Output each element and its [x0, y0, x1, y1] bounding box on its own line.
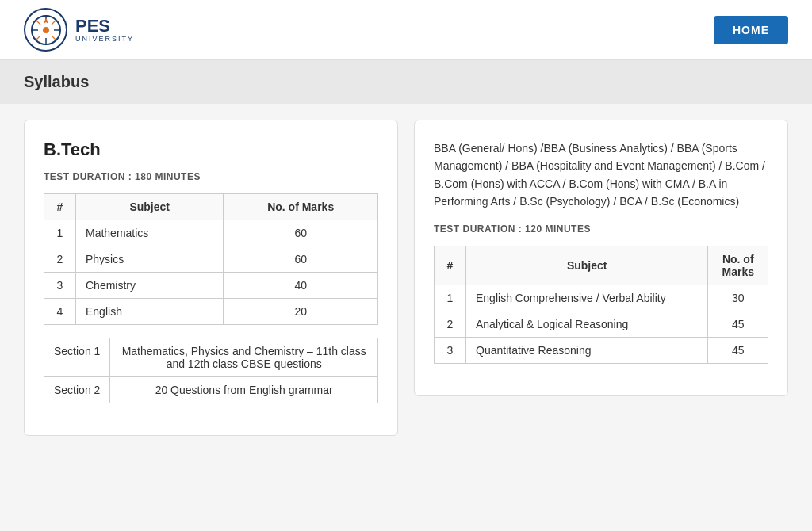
- logo-subtitle: UNIVERSITY: [75, 35, 134, 43]
- other-subjects-table: # Subject No. ofMarks 1 English Comprehe…: [434, 246, 768, 364]
- row-subject: Physics: [76, 246, 224, 273]
- table-row: 3 Quantitative Reasoning 45: [435, 337, 768, 363]
- table-row: Section 2 20 Questions from English gram…: [44, 377, 378, 403]
- row-num: 2: [44, 246, 76, 273]
- row-num: 3: [44, 273, 76, 299]
- col-header-num: #: [44, 194, 76, 220]
- row-subject: Chemistry: [76, 273, 224, 299]
- row-subject: Mathematics: [76, 220, 224, 246]
- btech-card: B.Tech TEST DURATION : 180 MINUTES # Sub…: [24, 120, 398, 436]
- main-content: B.Tech TEST DURATION : 180 MINUTES # Sub…: [0, 104, 812, 452]
- col-header-subject: Subject: [76, 194, 224, 220]
- logo-icon: [30, 14, 62, 46]
- home-button[interactable]: HOME: [714, 16, 788, 44]
- row-marks: 30: [708, 285, 768, 311]
- table-row: 2 Physics 60: [44, 246, 378, 273]
- row-marks: 60: [224, 220, 378, 246]
- table-row: 2 Analytical & Logical Reasoning 45: [435, 311, 768, 337]
- btech-sections-table: Section 1 Mathematics, Physics and Chemi…: [44, 338, 378, 403]
- col-header-marks: No. of Marks: [224, 194, 378, 220]
- col-header-marks: No. ofMarks: [708, 246, 768, 285]
- section-label: Section 2: [44, 377, 110, 403]
- logo-area: PES UNIVERSITY: [24, 8, 134, 52]
- row-subject: Analytical & Logical Reasoning: [466, 311, 708, 337]
- svg-point-1: [43, 27, 49, 33]
- table-row: Section 1 Mathematics, Physics and Chemi…: [44, 338, 378, 377]
- btech-title: B.Tech: [44, 139, 378, 160]
- row-marks: 20: [224, 299, 378, 325]
- row-num: 3: [435, 337, 466, 363]
- row-num: 2: [435, 311, 466, 337]
- table-row: 1 Mathematics 60: [44, 220, 378, 246]
- col-header-subject: Subject: [466, 246, 708, 285]
- svg-line-6: [36, 20, 40, 25]
- logo-circle: [24, 8, 67, 52]
- logo-text: PES: [75, 17, 134, 35]
- row-num: 1: [44, 220, 76, 246]
- header: PES UNIVERSITY HOME: [0, 0, 812, 60]
- program-description: BBA (General/ Hons) /BBA (Business Analy…: [434, 139, 768, 211]
- row-marks: 45: [708, 311, 768, 337]
- row-num: 4: [44, 299, 76, 325]
- col-header-num: #: [435, 246, 466, 285]
- syllabus-bar: Syllabus: [0, 60, 812, 104]
- section-desc: Mathematics, Physics and Chemistry – 11t…: [110, 338, 378, 377]
- row-marks: 40: [224, 273, 378, 299]
- other-test-duration: TEST DURATION : 120 MINUTES: [434, 223, 768, 235]
- section-desc: 20 Questions from English grammar: [110, 377, 378, 403]
- page-title: Syllabus: [24, 73, 788, 91]
- svg-line-9: [36, 36, 40, 40]
- row-num: 1: [435, 285, 466, 311]
- svg-marker-10: [44, 17, 48, 24]
- other-card: BBA (General/ Hons) /BBA (Business Analy…: [414, 120, 788, 396]
- section-label: Section 1: [44, 338, 110, 377]
- row-subject: English Comprehensive / Verbal Ability: [466, 285, 708, 311]
- row-subject: English: [76, 299, 224, 325]
- btech-test-duration: TEST DURATION : 180 MINUTES: [44, 171, 378, 182]
- row-subject: Quantitative Reasoning: [466, 337, 708, 363]
- svg-line-7: [52, 36, 56, 40]
- row-marks: 60: [224, 246, 378, 273]
- table-row: 4 English 20: [44, 299, 378, 325]
- table-row: 3 Chemistry 40: [44, 273, 378, 299]
- btech-subjects-table: # Subject No. of Marks 1 Mathematics 60 …: [44, 193, 378, 325]
- svg-line-8: [52, 20, 56, 25]
- row-marks: 45: [708, 337, 768, 363]
- table-row: 1 English Comprehensive / Verbal Ability…: [435, 285, 768, 311]
